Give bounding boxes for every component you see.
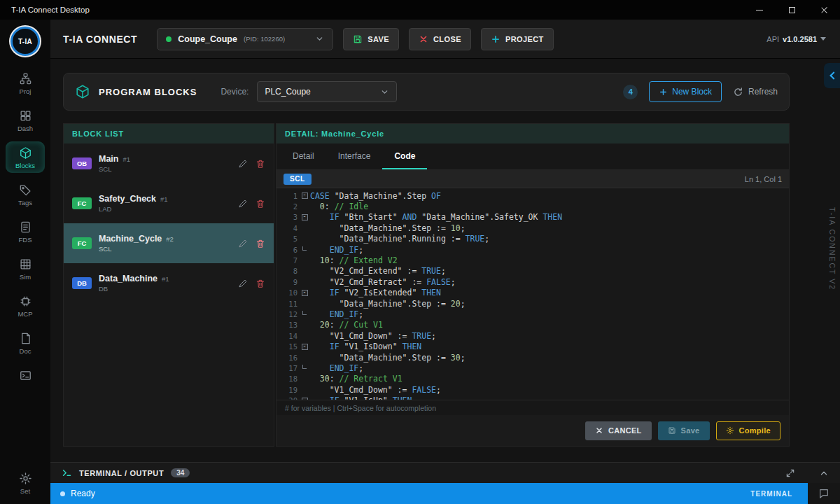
connection-status-dot <box>166 36 172 42</box>
code-line[interactable]: 4 "Data_Machine".Step := 10; <box>281 223 789 233</box>
minimize-button[interactable] <box>743 0 776 20</box>
code-line[interactable]: 6 END_IF; <box>281 244 789 255</box>
code-line[interactable]: 5 "Data_Machine".Running := TRUE; <box>281 234 789 244</box>
right-panel-toggle[interactable] <box>824 63 840 88</box>
device-select[interactable]: PLC_Coupe <box>257 81 397 102</box>
delete-block-button[interactable] <box>255 279 265 288</box>
sidebar-item-doc[interactable]: Doc <box>6 327 45 358</box>
edit-block-button[interactable] <box>238 199 248 209</box>
fold-marker-icon[interactable] <box>302 192 308 199</box>
connection-dropdown[interactable]: Coupe_Coupe (PID: 102260) <box>157 28 333 50</box>
terminal-prompt-icon <box>62 468 72 478</box>
expand-icon[interactable] <box>785 468 795 478</box>
fold-marker-icon[interactable] <box>302 290 308 296</box>
detail-tabs: DetailInterfaceCode <box>276 144 789 170</box>
block-number: #1 <box>160 195 168 203</box>
sidebar-item-mcp[interactable]: MCP <box>6 290 45 321</box>
code-line[interactable]: 16 "Data_Machine".Step := 30; <box>281 352 789 363</box>
terminal-bar[interactable]: TERMINAL / OUTPUT 34 <box>50 462 840 483</box>
sidebar-item-proj[interactable]: Proj <box>6 67 45 99</box>
code-line[interactable]: 9 "V2_Cmd_Retract" := FALSE; <box>281 276 789 287</box>
save-icon <box>353 34 363 44</box>
edit-block-button[interactable] <box>238 279 248 288</box>
code-line[interactable]: 17 END_IF; <box>281 363 789 373</box>
refresh-button[interactable]: Refresh <box>733 87 778 97</box>
maximize-button[interactable] <box>776 0 808 20</box>
compile-button[interactable]: Compile <box>716 421 781 440</box>
program-blocks-actions: 4 New Block Refresh <box>623 81 778 102</box>
sidebar-item-blocks[interactable]: Blocks <box>6 141 45 173</box>
block-name: Safety_Check <box>99 194 156 204</box>
code-line[interactable]: 19 "V1_Cmd_Down" := FALSE; <box>281 384 789 395</box>
sidebar-item-label: Proj <box>20 88 31 95</box>
code-line[interactable]: 10 IF "V2_IsExtended" THEN <box>281 288 789 298</box>
sidebar-item-set[interactable]: Set <box>6 467 45 498</box>
sidebar-item-tags[interactable]: Tags <box>6 178 45 210</box>
block-info: Safety_Check#1LAD <box>99 194 168 213</box>
code-text: END_IF; <box>310 245 363 255</box>
line-number: 15 <box>281 342 299 351</box>
chat-bubble-icon <box>818 488 830 499</box>
delete-block-button[interactable] <box>255 239 265 248</box>
tab-code[interactable]: Code <box>382 144 427 169</box>
block-language: DB <box>99 285 169 293</box>
cancel-button[interactable]: CANCEL <box>585 421 652 440</box>
code-line[interactable]: 1CASE "Data_Machine".Step OF <box>281 190 789 201</box>
sidebar-item-sim[interactable]: Sim <box>6 253 45 284</box>
fold-end-icon <box>302 365 307 369</box>
chevron-up-icon[interactable] <box>819 468 829 478</box>
project-button[interactable]: PROJECT <box>481 28 554 50</box>
sidebar: T-IA ProjDashBlocksTagsFDSSimMCPDocSet <box>0 20 50 504</box>
block-type-badge: DB <box>72 277 92 289</box>
sidebar-item-fds[interactable]: FDS <box>6 216 45 247</box>
code-line[interactable]: 8 "V2_Cmd_Extend" := TRUE; <box>281 266 789 276</box>
sidebar-item-dash[interactable]: Dash <box>6 104 45 136</box>
program-blocks-title: PROGRAM BLOCKS <box>99 87 197 97</box>
project-icon <box>19 72 32 85</box>
code-line[interactable]: 18 30: // Retract V1 <box>281 374 789 384</box>
block-list-panel: BLOCK LIST OBMain#1SCLFCSafety_Check#1LA… <box>63 123 274 447</box>
close-button[interactable]: CLOSE <box>409 28 471 50</box>
doc-icon <box>19 332 32 345</box>
block-list-items: OBMain#1SCLFCSafety_Check#1LADFCMachine_… <box>64 144 274 303</box>
edit-block-button[interactable] <box>238 159 248 169</box>
save-button[interactable]: SAVE <box>343 28 399 50</box>
block-list-item-data_machine[interactable]: DBData_Machine#1DB <box>64 263 274 303</box>
code-line[interactable]: 7 10: // Extend V2 <box>281 255 789 265</box>
fold-marker-icon[interactable] <box>302 214 308 220</box>
delete-block-button[interactable] <box>255 159 265 169</box>
save-code-button[interactable]: Save <box>658 421 710 440</box>
code-line[interactable]: 12 END_IF; <box>281 309 789 319</box>
language-badge: SCL <box>284 174 312 185</box>
code-text: IF "Btn_Start" AND "Data_Machine".Safety… <box>310 212 562 222</box>
code-line[interactable]: 15 IF "V1_IsDown" THEN <box>281 341 789 351</box>
block-list-item-main[interactable]: OBMain#1SCL <box>64 144 274 183</box>
status-right-label: TERMINAL <box>750 490 802 498</box>
code-line[interactable]: 11 "Data_Machine".Step := 20; <box>281 298 789 309</box>
code-line[interactable]: 14 "V1_Cmd_Down" := TRUE; <box>281 330 789 341</box>
save-icon <box>668 426 676 435</box>
tab-detail[interactable]: Detail <box>281 144 326 169</box>
tab-interface[interactable]: Interface <box>326 144 383 169</box>
fold-marker-icon[interactable] <box>302 344 308 350</box>
sidebar-item-label: Sim <box>20 273 31 281</box>
code-line[interactable]: 2 0: // Idle <box>281 201 789 211</box>
block-list-item-machine_cycle[interactable]: FCMachine_Cycle#2SCL <box>64 223 274 263</box>
edit-block-button[interactable] <box>238 239 248 248</box>
code-line[interactable]: 13 20: // Cut V1 <box>281 320 789 330</box>
code-line[interactable]: 3 IF "Btn_Start" AND "Data_Machine".Safe… <box>281 212 789 223</box>
line-number: 1 <box>281 192 299 200</box>
new-block-button[interactable]: New Block <box>649 81 722 102</box>
api-version[interactable]: API v1.0.2581 <box>766 35 826 43</box>
close-window-button[interactable] <box>808 0 840 20</box>
code-line[interactable]: 20 IF "V1_IsUp" THEN <box>281 395 789 400</box>
delete-block-button[interactable] <box>255 199 265 209</box>
sidebar-item-extra[interactable] <box>6 364 45 386</box>
content-area: PROGRAM BLOCKS Device: PLC_Coupe 4 New B… <box>50 59 840 462</box>
block-info: Machine_Cycle#2SCL <box>99 234 174 253</box>
chat-button[interactable] <box>808 483 840 504</box>
block-list-item-safety_check[interactable]: FCSafety_Check#1LAD <box>64 183 274 223</box>
sidebar-item-label: MCP <box>18 310 32 318</box>
code-text: 10: // Extend V2 <box>310 255 398 265</box>
code-editor-lines[interactable]: 1CASE "Data_Machine".Step OF2 0: // Idle… <box>276 188 789 400</box>
